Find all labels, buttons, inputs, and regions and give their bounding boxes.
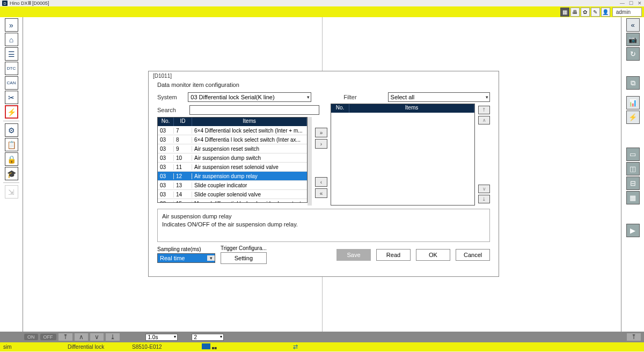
system-label: System: [157, 94, 182, 100]
move-bottom-button[interactable]: ⤓: [478, 195, 490, 203]
config-icon[interactable]: ⚙: [5, 123, 18, 137]
search-label: Search: [157, 107, 184, 113]
log-icon[interactable]: 📋: [5, 138, 18, 151]
description-box: Air suspension dump relay Indicates ON/O…: [157, 209, 490, 242]
scroll-top-right-icon[interactable]: ⤒: [627, 333, 641, 341]
on-button[interactable]: ON: [24, 334, 38, 340]
minimize-icon[interactable]: —: [620, 1, 625, 6]
col-items: Items: [349, 104, 474, 113]
can-icon[interactable]: CAN: [5, 76, 18, 90]
education-icon[interactable]: 🎓: [5, 167, 18, 180]
scroll-down-icon[interactable]: ∨: [90, 333, 104, 341]
tools-icon[interactable]: ✂: [5, 91, 18, 104]
refresh-icon[interactable]: ↻: [626, 47, 640, 61]
left-toolbar: » ⌂ ☰ DTC CAN ✂ ⚡ ⚙ 📋 🔒 🎓 ⇲: [0, 17, 23, 332]
tile3-icon[interactable]: ⊟: [626, 177, 640, 190]
dialog-id: [D1011]: [149, 71, 499, 80]
selected-items-table: No. Items: [331, 104, 475, 206]
count-dropdown[interactable]: 2: [192, 334, 224, 341]
window-title: Hino DXⅢ [D0005]: [10, 1, 49, 6]
maximize-icon[interactable]: ☐: [629, 1, 633, 6]
ok-button[interactable]: OK: [416, 249, 450, 261]
remove-button[interactable]: ‹: [315, 177, 327, 187]
scrollbar[interactable]: [308, 117, 312, 206]
user-icon[interactable]: 👤: [601, 8, 610, 17]
scroll-top-icon[interactable]: ⤒: [58, 333, 72, 341]
desc-text: Indicates ON/OFF of the air suspension d…: [162, 221, 485, 229]
filter-dropdown[interactable]: Select all: [388, 92, 490, 102]
expand-right-icon[interactable]: »: [5, 18, 18, 32]
table-row[interactable]: 0314Slide coupler solenoid valve: [158, 190, 307, 199]
data-monitor-icon[interactable]: ⚡: [5, 105, 18, 119]
col-id: ID: [174, 118, 192, 126]
search-input[interactable]: [189, 105, 319, 115]
dialog-subtitle: Data monitor item configuration: [149, 80, 499, 91]
scroll-bottom-icon[interactable]: ⤓: [106, 333, 120, 341]
remove-all-button[interactable]: «: [315, 188, 327, 198]
status-system: Differential lock: [64, 344, 129, 350]
trigger-label: Trigger Configura...: [221, 245, 267, 251]
add-all-button[interactable]: »: [315, 128, 327, 137]
lock-icon[interactable]: 🔒: [5, 152, 18, 166]
desc-title: Air suspension dump relay: [162, 212, 485, 221]
sampling-dropdown[interactable]: Real time: [157, 253, 215, 263]
system-list-icon[interactable]: ☰: [5, 47, 18, 61]
status-code: S8510-E012: [129, 344, 199, 350]
user-label: admin: [612, 8, 642, 17]
chart-icon[interactable]: 📊: [626, 96, 640, 109]
table-row[interactable]: 0311Air suspension reset solenoid valve: [158, 163, 307, 172]
tile2-icon[interactable]: ◫: [626, 162, 640, 175]
move-buttons: » › ‹ «: [315, 117, 327, 206]
filter-value: Select all: [391, 94, 415, 100]
control-bar: ON OFF ⤒ ∧ ∨ ⤓ 1.0s 2 ⤒: [0, 332, 644, 342]
table-row[interactable]: 0315Manual differential lock solenoid va…: [158, 199, 307, 202]
sampling-value: Real time: [160, 255, 185, 261]
write-icon[interactable]: ✎: [591, 8, 600, 17]
tile1-icon[interactable]: ▭: [626, 148, 640, 161]
cancel-button[interactable]: Cancel: [456, 249, 490, 261]
save-button[interactable]: Save: [336, 249, 371, 261]
move-down-button[interactable]: ∨: [478, 185, 490, 193]
tile4-icon[interactable]: ▦: [626, 191, 640, 204]
collapse-icon[interactable]: ⇲: [5, 185, 18, 199]
col-items: Items: [192, 118, 307, 126]
close-icon[interactable]: ✕: [638, 1, 642, 6]
print-icon[interactable]: 🖶: [570, 8, 580, 17]
divider: [3, 182, 19, 183]
screenshot-icon[interactable]: 📷: [626, 33, 640, 46]
move-top-button[interactable]: ⤒: [478, 106, 490, 114]
table-row[interactable]: 0310Air suspension dump switch: [158, 153, 307, 163]
table-row[interactable]: 039Air suspension reset switch: [158, 144, 307, 153]
table-row[interactable]: 0386×4 Differentia l lock select switch …: [158, 135, 307, 144]
move-up-button[interactable]: ∧: [478, 116, 490, 124]
dtc-icon[interactable]: DTC: [5, 62, 18, 75]
table-row[interactable]: 0376×4 Differential lock select switch (…: [158, 126, 307, 135]
data-monitor-config-dialog: [D1011] Data monitor item configuration …: [148, 71, 499, 277]
off-button[interactable]: OFF: [40, 334, 56, 340]
flash-icon[interactable]: ⚡: [626, 111, 640, 124]
available-items-table: No. ID Items 0376×4 Differential lock se…: [157, 117, 308, 203]
status-sim: sim: [0, 344, 64, 350]
divider: [3, 121, 19, 121]
app-topbar: ▦ 🖶 ✿ ✎ 👤 admin: [0, 6, 644, 17]
add-button[interactable]: ›: [315, 139, 327, 149]
sampling-label: Sampling rate(ms): [157, 246, 215, 252]
interval-dropdown[interactable]: 1.0s: [145, 334, 178, 341]
setting-button[interactable]: Setting: [221, 252, 267, 264]
scroll-up-icon[interactable]: ∧: [75, 333, 88, 341]
home-icon[interactable]: ⌂: [5, 33, 18, 46]
play-icon[interactable]: ▶: [626, 224, 640, 237]
settings-icon[interactable]: ✿: [581, 8, 590, 17]
right-toolbar: « 📷 ↻ ⧉ 📊 ⚡ ▭ ◫ ⊟ ▦ ▶: [621, 17, 644, 332]
collapse-left-icon[interactable]: «: [626, 18, 640, 32]
system-value: 03 Differential lock Serial(K line): [191, 94, 274, 100]
system-dropdown[interactable]: 03 Differential lock Serial(K line): [188, 92, 311, 102]
read-button[interactable]: Read: [376, 249, 411, 261]
table-row[interactable]: 0312Air suspension dump relay: [158, 172, 307, 181]
table-row[interactable]: 0313Slide coupler indicator: [158, 181, 307, 190]
grid-icon[interactable]: ▦: [560, 8, 569, 17]
app-icon: D: [2, 1, 8, 6]
order-buttons: ⤒ ∧ ∨ ⤓: [478, 104, 490, 206]
window-icon[interactable]: ⧉: [626, 76, 640, 90]
col-no: No.: [331, 104, 349, 113]
